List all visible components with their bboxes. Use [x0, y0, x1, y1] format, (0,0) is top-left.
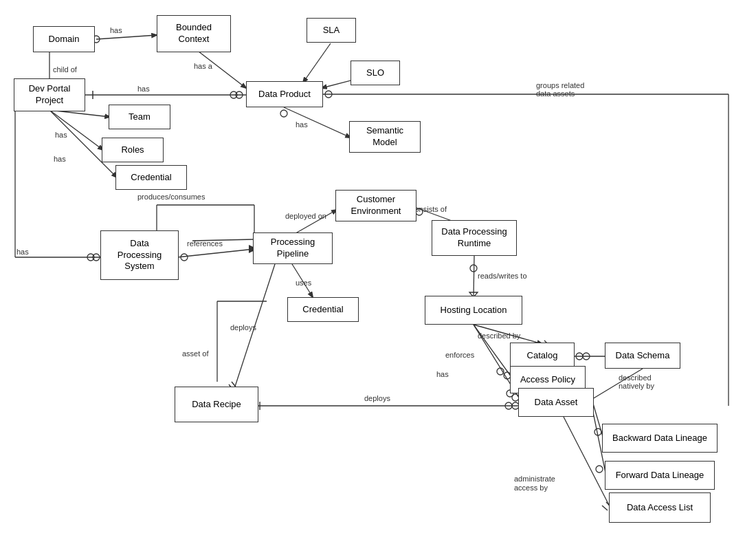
- dps-node: DataProcessingSystem: [100, 230, 179, 280]
- label-reads-writes: reads/writes to: [478, 272, 527, 280]
- label-uses: uses: [296, 279, 312, 287]
- processing-pipeline-label: ProcessingPipeline: [271, 237, 315, 260]
- label-has-dps: has: [16, 248, 29, 256]
- data-recipe-label: Data Recipe: [192, 399, 241, 411]
- hosting-location-label: Hosting Location: [441, 305, 507, 316]
- hosting-location-node: Hosting Location: [425, 296, 522, 325]
- label-described-by: described by: [478, 332, 521, 340]
- sla-node: SLA: [307, 18, 356, 43]
- svg-line-21: [177, 249, 254, 257]
- data-access-list-label: Data Access List: [627, 502, 693, 514]
- svg-line-32: [474, 256, 474, 297]
- credential2-label: Credential: [302, 304, 343, 316]
- dpr-node: Data ProcessingRuntime: [432, 220, 517, 256]
- svg-line-57: [602, 506, 608, 510]
- data-schema-label: Data Schema: [616, 350, 670, 362]
- data-product-label: Data Product: [258, 89, 311, 100]
- semantic-model-label: SemanticModel: [366, 125, 403, 149]
- data-asset-node: Data Asset: [518, 388, 594, 417]
- access-policy-label: Access Policy: [520, 374, 575, 386]
- domain-node: Domain: [33, 26, 95, 52]
- credential1-label: Credential: [131, 172, 171, 184]
- svg-line-16: [284, 107, 351, 138]
- backward-lineage-label: Backward Data Lineage: [612, 433, 707, 444]
- data-product-node: Data Product: [246, 81, 323, 107]
- forward-lineage-node: Forward Data Lineage: [605, 461, 715, 490]
- svg-line-0: [96, 35, 157, 39]
- credential2-node: Credential: [287, 297, 359, 322]
- data-recipe-node: Data Recipe: [175, 387, 258, 422]
- customer-env-label: CustomerEnvironment: [351, 194, 401, 217]
- label-administrate: administrate: [514, 475, 555, 483]
- processing-pipeline-node: ProcessingPipeline: [253, 232, 333, 264]
- label-deployed-on: deployed on: [285, 212, 326, 220]
- label-has1: has: [110, 26, 122, 34]
- sla-label: SLA: [323, 25, 340, 36]
- label-has-roles: has: [55, 131, 67, 139]
- catalog-node: Catalog: [510, 343, 575, 369]
- svg-point-54: [596, 466, 603, 473]
- data-schema-node: Data Schema: [605, 343, 680, 369]
- label-natively-by: natively by: [619, 382, 654, 390]
- data-asset-label: Data Asset: [535, 397, 578, 409]
- roles-label: Roles: [121, 144, 144, 156]
- backward-lineage-node: Backward Data Lineage: [602, 424, 718, 453]
- slo-label: SLO: [366, 67, 384, 79]
- semantic-model-node: SemanticModel: [349, 121, 421, 153]
- svg-point-17: [280, 110, 287, 117]
- customer-env-node: CustomerEnvironment: [335, 190, 416, 221]
- dps-label: DataProcessingSystem: [118, 238, 162, 273]
- label-child-of: child of: [53, 65, 78, 74]
- label-has-a: has a: [194, 62, 213, 70]
- label-deploys: deploys: [230, 323, 256, 332]
- slo-node: SLO: [351, 61, 400, 85]
- dpr-label: Data ProcessingRuntime: [441, 226, 507, 250]
- credential1-node: Credential: [115, 165, 187, 190]
- svg-line-14: [49, 110, 103, 150]
- dev-portal-node: Dev PortalProject: [14, 78, 85, 111]
- label-has-cred: has: [54, 155, 66, 163]
- bounded-context-label: BoundedContext: [176, 22, 212, 45]
- label-has-asset: has: [436, 370, 449, 378]
- label-groups: groups related: [536, 81, 584, 89]
- label-deploys2: deploys: [364, 394, 390, 402]
- label-enforces: enforces: [445, 351, 475, 359]
- label-asset-of: asset of: [182, 349, 209, 358]
- dev-portal-label: Dev PortalProject: [29, 83, 71, 107]
- label-groups2: data assets: [536, 89, 575, 98]
- domain-label: Domain: [49, 34, 80, 45]
- catalog-label: Catalog: [527, 350, 558, 362]
- label-produces: produces/consumes: [137, 193, 205, 201]
- forward-lineage-label: Forward Data Lineage: [616, 470, 704, 481]
- bounded-context-node: BoundedContext: [157, 15, 231, 52]
- team-node: Team: [109, 105, 170, 129]
- label-has-sem: has: [296, 120, 308, 129]
- label-described-natively: described: [619, 373, 652, 382]
- label-has-dp: has: [137, 85, 150, 93]
- svg-line-4: [303, 43, 331, 83]
- data-access-list-node: Data Access List: [609, 492, 711, 523]
- label-access-by: access by: [514, 484, 548, 492]
- diagram-container: has child of has a has groups related da…: [0, 0, 756, 542]
- team-label: Team: [129, 111, 151, 123]
- roles-node: Roles: [102, 138, 164, 162]
- svg-point-22: [181, 254, 188, 261]
